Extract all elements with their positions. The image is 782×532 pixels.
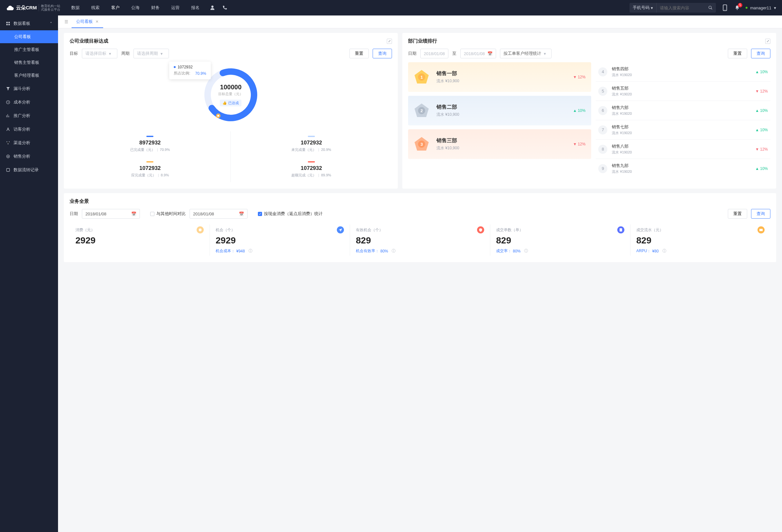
arrow-down-icon: ▼ [573,75,577,79]
date-to[interactable]: 2018/01/08📅 [460,49,496,58]
card-goal: 公司业绩目标达成 ⤢ 目标 请选择目标▾ 周期 请选择周期▾ 重置 查询 [64,33,398,189]
sidebar-item-cost[interactable]: 成本分析 [0,96,58,109]
svg-rect-29 [619,228,622,232]
select-target[interactable]: 请选择目标▾ [82,49,117,58]
query-button[interactable]: 查询 [751,49,771,58]
metric-cell: 机会（个） 2929 机会成本：¥948 ⓘ [210,224,350,256]
close-icon[interactable]: ✕ [96,19,99,24]
rank-sub: 流水 ¥19020 [612,169,751,174]
sidebar-group-dashboard[interactable]: 数据看板 ˄ [0,17,58,30]
overview-date1[interactable]: 2018/01/08📅 [82,209,140,219]
trend-badge: ▲10% [755,70,768,74]
query-button[interactable]: 查询 [372,49,392,58]
nav-link-enroll[interactable]: 报名 [190,5,201,11]
metric-value: 829 [356,235,484,246]
help-icon[interactable]: ⓘ [524,248,528,254]
rank-sub: 流水 ¥19020 [612,92,751,97]
metric-cell: 成交单数（单） 829 成交率：80% ⓘ [490,224,631,256]
podium-2: 2 销售二部流水 ¥10,900 ▲10% [408,96,592,126]
help-icon[interactable]: ⓘ [392,248,395,254]
overview-date2[interactable]: 2018/01/08📅 [189,209,248,219]
svg-point-11 [9,141,9,142]
tab-company-board[interactable]: 公司看板 ✕ [72,15,103,28]
chevron-down-icon: ▾ [651,5,653,10]
nav-link-lead[interactable]: 线索 [90,5,101,11]
sidebar-item-promo-mgr[interactable]: 推广主管看板 [0,43,58,56]
card-goal-title: 公司业绩目标达成 [70,38,108,44]
nav-link-ops[interactable]: 运营 [170,5,181,11]
top-nav: 云朵CRM 教育机构一站式服务云平台 数据 线索 客户 公海 财务 运营 报名 … [0,0,782,15]
query-button[interactable]: 查询 [751,209,771,219]
metric-value: 829 [636,235,765,246]
expand-button[interactable]: ⤢ [765,39,771,44]
username: manager11 [750,5,771,10]
search-input[interactable] [656,3,705,12]
medal-gold-icon: 1 [413,68,431,86]
sidebar-item-cust-mgr[interactable]: 客户经理看板 [0,69,58,82]
sidebar-item-visitor[interactable]: 访客分析 [0,122,58,136]
sidebar-item-channel[interactable]: 渠道分析 [0,136,58,150]
sidebar-item-company[interactable]: 公司看板 [0,30,58,43]
overview-metrics: 消费（元） 2929 机会（个） 2929 机会成本：¥948 ⓘ 有效机会（个… [70,224,771,256]
arrow-down-icon: ▼ [573,142,577,146]
nav-link-sea[interactable]: 公海 [130,5,141,11]
rank-list: 4 销售四部流水 ¥19020 ▲10% 5 销售五部流水 ¥19020 ▼12… [596,62,771,178]
reset-button[interactable]: 重置 [728,209,747,219]
arrow-up-icon: ▲ [755,128,759,132]
user-menu[interactable]: manager11 ▾ [746,5,776,10]
cash-checkbox[interactable]: 按现金消费（返点后消费）统计 [258,211,323,217]
svg-point-10 [6,141,7,142]
sidebar-item-funnel[interactable]: 漏斗分析 [0,82,58,96]
svg-rect-5 [8,22,10,23]
phone-icon[interactable] [222,5,227,10]
gstat-undone: 1072932 未完成量（元）|20.9% [231,131,392,157]
help-icon[interactable]: ⓘ [249,248,252,254]
arrow-down-icon: ▼ [755,147,759,151]
metric-footer: 机会有效率：80% ⓘ [356,248,484,254]
gstat-done: 8972932 已完成量（元）|70.9% [70,131,231,157]
expand-button[interactable]: ⤢ [387,39,392,44]
select-mode[interactable]: 按工单客户经理统计▾ [500,49,552,58]
arrow-up-icon: ▲ [573,108,577,113]
metric-value: 2929 [216,235,344,246]
tabs-bar: ☰ 公司看板 ✕ [58,15,782,28]
sidebar-item-sales-mgr[interactable]: 销售主管看板 [0,56,58,69]
metric-cell: 消费（元） 2929 [70,224,210,256]
arrow-up-icon: ▲ [755,166,759,171]
svg-rect-15 [6,168,9,171]
user-icon[interactable] [210,5,215,10]
nav-link-customer[interactable]: 客户 [110,5,121,11]
sidebar-item-sales[interactable]: 销售分析 [0,150,58,163]
goal-total-label: 目标总量（元） [218,92,243,96]
rank-number: 6 [598,106,607,115]
rank-sub: 流水 ¥19020 [612,111,751,116]
search-type-select[interactable]: 手机号码 ▾ [630,3,656,12]
search-button[interactable] [705,3,716,12]
notification-bell[interactable]: 5 [735,5,740,11]
goal-donut-chart: 100000 目标总量（元） 👍 已达成 1072932 所占比例: 70.9% [200,64,261,126]
rank-name: 销售九部 [612,163,751,169]
cloud-icon [6,5,14,11]
reset-button[interactable]: 重置 [349,49,369,58]
rank-name: 销售七部 [612,124,751,130]
help-icon[interactable]: ⓘ [663,248,666,254]
calendar-icon: 📅 [131,212,136,216]
sidebar-item-promo[interactable]: 推广分析 [0,109,58,122]
chevron-down-icon: ▾ [161,51,163,56]
svg-line-1 [711,8,712,10]
mobile-icon[interactable] [722,4,727,11]
reset-button[interactable]: 重置 [728,49,747,58]
tabs-menu-button[interactable]: ☰ [61,19,72,24]
sidebar-item-flow[interactable]: 数据流转记录 [0,163,58,177]
compare-checkbox[interactable]: 与其他时间对比 [150,211,186,217]
date-from[interactable]: 2018/01/08 [420,49,449,58]
nav-link-finance[interactable]: 财务 [150,5,161,11]
brand-logo[interactable]: 云朵CRM 教育机构一站式服务云平台 [6,4,60,11]
metric-footer: 机会成本：¥948 ⓘ [216,248,344,254]
select-period[interactable]: 请选择周期▾ [134,49,169,58]
goal-reached-badge: 👍 已达成 [220,100,242,106]
nav-link-data[interactable]: 数据 [70,5,81,11]
podium-1: 1 销售一部流水 ¥10,900 ▼12% [408,62,592,92]
brand-name: 云朵CRM [16,5,37,11]
metric-value: 829 [496,235,625,246]
